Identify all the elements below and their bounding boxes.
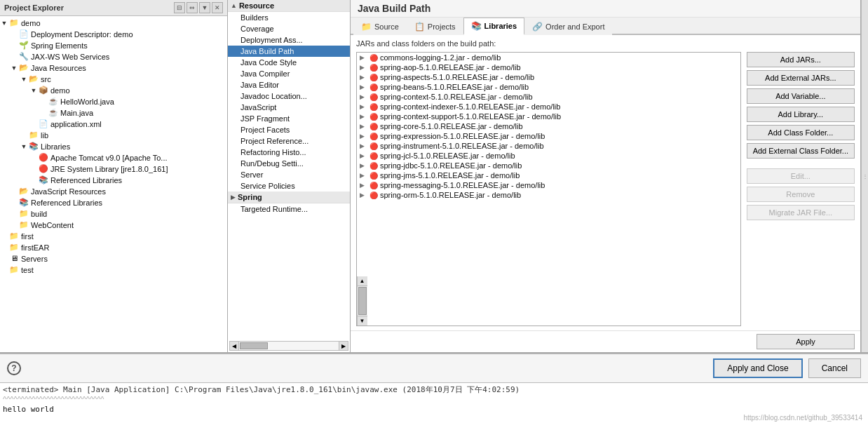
settings-item-deployment_ass...[interactable]: Deployment Ass... xyxy=(228,34,350,46)
tree-item-helloworld[interactable]: ☕HelloWorld.java xyxy=(0,96,227,107)
jar-item[interactable]: ▶🔴spring-jms-5.1.0.RELEASE.jar - demo/li… xyxy=(357,170,740,180)
tree-node-label: build xyxy=(31,210,47,218)
settings-item-coverage[interactable]: Coverage xyxy=(228,23,350,34)
apply-button[interactable]: Apply xyxy=(757,334,855,349)
settings-group-spring[interactable]: ▶Spring xyxy=(228,192,350,203)
jar-item[interactable]: ▶🔴spring-aop-5.1.0.RELEASE.jar - demo/li… xyxy=(357,62,740,72)
tree-node-label: Referenced Libraries xyxy=(31,199,102,207)
jar-buttons-panel: Add JARs...Add External JARs...Add Varia… xyxy=(747,52,855,326)
jar-btn-add-class-folder[interactable]: Add Class Folder... xyxy=(747,125,855,140)
settings-item-javascript[interactable]: JavaScript xyxy=(228,102,350,113)
spring-label: Spring xyxy=(238,193,262,201)
jar-item[interactable]: ▶🔴commons-logging-1.2.jar - demo/lib xyxy=(357,53,740,62)
jar-item[interactable]: ▶🔴spring-core-5.1.0.RELEASE.jar - demo/l… xyxy=(357,121,740,131)
tree-item-js-resources[interactable]: 📂JavaScript Resources xyxy=(0,186,227,197)
tree-item-demo[interactable]: ▼📁demo xyxy=(0,18,227,29)
apply-and-close-button[interactable]: Apply and Close xyxy=(713,358,802,378)
tabs-bar: 📁Source📋Projects📚Libraries🔗Order and Exp… xyxy=(351,18,860,35)
tree-item-lib[interactable]: 📁lib xyxy=(0,130,227,141)
jar-item[interactable]: ▶🔴spring-jcl-5.1.0.RELEASE.jar - demo/li… xyxy=(357,151,740,161)
tab-icon: 📚 xyxy=(471,21,482,31)
tab-icon: 📁 xyxy=(361,22,372,32)
tree-item-spring-elements[interactable]: 🌱Spring Elements xyxy=(0,40,227,51)
tree-item-src[interactable]: ▼📂src xyxy=(0,74,227,85)
tab-order-and-export[interactable]: 🔗Order and Export xyxy=(524,18,612,35)
jar-item[interactable]: ▶🔴spring-jdbc-5.1.0.RELEASE.jar - demo/l… xyxy=(357,161,740,170)
jar-btn-add-variable[interactable]: Add Variable... xyxy=(747,88,855,104)
tree-node-icon: 🔴 xyxy=(38,164,49,174)
tab-source[interactable]: 📁Source xyxy=(353,18,407,35)
tree-item-libraries[interactable]: ▼📚Libraries xyxy=(0,141,227,152)
jar-item[interactable]: ▶🔴spring-context-5.1.0.RELEASE.jar - dem… xyxy=(357,92,740,102)
jar-file-icon: 🔴 xyxy=(369,192,378,199)
settings-item-project_facets[interactable]: Project Facets xyxy=(228,124,350,135)
close-view-icon[interactable]: ✕ xyxy=(212,2,223,13)
jar-item[interactable]: ▶🔴spring-instrument-5.1.0.RELEASE.jar - … xyxy=(357,141,740,151)
settings-group-resource[interactable]: ▲Resource xyxy=(228,0,350,12)
jar-item[interactable]: ▶🔴spring-orm-5.1.0.RELEASE.jar - demo/li… xyxy=(357,190,740,200)
settings-item-java_compiler[interactable]: Java Compiler xyxy=(228,68,350,79)
scroll-left-arrow[interactable]: ◀ xyxy=(229,341,239,351)
jar-item[interactable]: ▶🔴spring-context-support-5.1.0.RELEASE.j… xyxy=(357,112,740,121)
tree-item-webcontent[interactable]: 📁WebContent xyxy=(0,220,227,231)
panel-header-icons: ⊟ ⇔ ▼ ✕ xyxy=(174,2,223,13)
jar-item[interactable]: ▶🔴spring-aspects-5.1.0.RELEASE.jar - dem… xyxy=(357,72,740,82)
tree-node-icon: 🖥 xyxy=(8,254,20,264)
jar-btn-add-external-jars[interactable]: Add External JARs... xyxy=(747,70,855,86)
settings-item-targeted-runtime[interactable]: Targeted Runtime... xyxy=(228,203,350,215)
tree-item-ref-libs-2[interactable]: 📚Referenced Libraries xyxy=(0,197,227,208)
tree-item-appxml[interactable]: 📄application.xml xyxy=(0,119,227,130)
tree-item-demo-pkg[interactable]: ▼📦demo xyxy=(0,85,227,96)
jar-btn-add-library[interactable]: Add Library... xyxy=(747,107,855,122)
settings-item-service_policies[interactable]: Service Policies xyxy=(228,180,350,192)
settings-item-refactoring_histo...[interactable]: Refactoring Histo... xyxy=(228,147,350,158)
scroll-thumb[interactable] xyxy=(240,342,268,349)
settings-item-jsp_fragment[interactable]: JSP Fragment xyxy=(228,113,350,124)
cancel-button[interactable]: Cancel xyxy=(808,358,861,378)
resize-handle[interactable]: ⋮ xyxy=(861,0,868,352)
tree-item-firstEAR[interactable]: 📁firstEAR xyxy=(0,242,227,253)
tree-item-ref-libs-1[interactable]: 📚Referenced Libraries xyxy=(0,175,227,186)
settings-item-javadoc_location...[interactable]: Javadoc Location... xyxy=(228,90,350,102)
tree-item-first[interactable]: 📁first xyxy=(0,231,227,242)
tree-item-test[interactable]: 📁test xyxy=(0,264,227,276)
jar-scroll-up[interactable]: ▲ xyxy=(358,276,367,286)
settings-item-project_reference...[interactable]: Project Reference... xyxy=(228,135,350,147)
jar-item[interactable]: ▶🔴spring-context-indexer-5.1.0.RELEASE.j… xyxy=(357,102,740,112)
jar-file-icon: 🔴 xyxy=(369,142,378,150)
tree-item-servers[interactable]: 🖥Servers xyxy=(0,253,227,264)
tree-item-jax-ws[interactable]: 🔧JAX-WS Web Services xyxy=(0,51,227,62)
jar-item[interactable]: ▶🔴spring-messaging-5.1.0.RELEASE.jar - d… xyxy=(357,180,740,190)
settings-item-run/debug_setti...[interactable]: Run/Debug Setti... xyxy=(228,158,350,169)
link-with-editor-icon[interactable]: ⇔ xyxy=(187,2,198,13)
tree-item-jre-system[interactable]: 🔴JRE System Library [jre1.8.0_161] xyxy=(0,163,227,175)
tab-libraries[interactable]: 📚Libraries xyxy=(463,18,524,35)
tree-item-deployment-descriptor[interactable]: 📄Deployment Descriptor: demo xyxy=(0,29,227,40)
tree-node-icon: 📁 xyxy=(18,220,29,230)
tree-item-apache-tomcat[interactable]: 🔴Apache Tomcat v9.0 [Apache To... xyxy=(0,152,227,163)
collapse-all-icon[interactable]: ⊟ xyxy=(174,2,185,13)
jar-label: spring-core-5.1.0.RELEASE.jar - demo/lib xyxy=(380,122,523,130)
java-build-path-panel: Java Build Path 📁Source📋Projects📚Librari… xyxy=(351,0,861,352)
tree-node-icon: ☕ xyxy=(48,97,59,107)
help-icon[interactable]: ? xyxy=(7,361,21,375)
jar-btn-add-external-class-folder[interactable]: Add External Class Folder... xyxy=(747,143,855,159)
tree-item-build[interactable]: 📁build xyxy=(0,208,227,220)
settings-item-java_build_path[interactable]: Java Build Path xyxy=(228,46,350,57)
tab-projects[interactable]: 📋Projects xyxy=(407,18,463,35)
jar-item[interactable]: ▶🔴spring-beans-5.1.0.RELEASE.jar - demo/… xyxy=(357,82,740,92)
tree-node-label: demo xyxy=(21,19,41,27)
jar-scroll-thumb[interactable] xyxy=(358,287,367,315)
jar-scroll-down[interactable]: ▼ xyxy=(358,316,367,325)
tree-node-label: Java Resources xyxy=(31,64,86,72)
view-menu-icon[interactable]: ▼ xyxy=(199,2,210,13)
jar-btn-add-jars[interactable]: Add JARs... xyxy=(747,52,855,67)
scroll-right-arrow[interactable]: ▶ xyxy=(339,341,348,351)
settings-item-server[interactable]: Server xyxy=(228,169,350,180)
tree-item-java-resources[interactable]: ▼📂Java Resources xyxy=(0,62,227,74)
tree-item-main[interactable]: ☕Main.java xyxy=(0,107,227,119)
settings-item-builders[interactable]: Builders xyxy=(228,12,350,23)
settings-item-java_code_style[interactable]: Java Code Style xyxy=(228,57,350,68)
jar-item[interactable]: ▶🔴spring-expression-5.1.0.RELEASE.jar - … xyxy=(357,131,740,141)
settings-item-java_editor[interactable]: Java Editor xyxy=(228,79,350,90)
